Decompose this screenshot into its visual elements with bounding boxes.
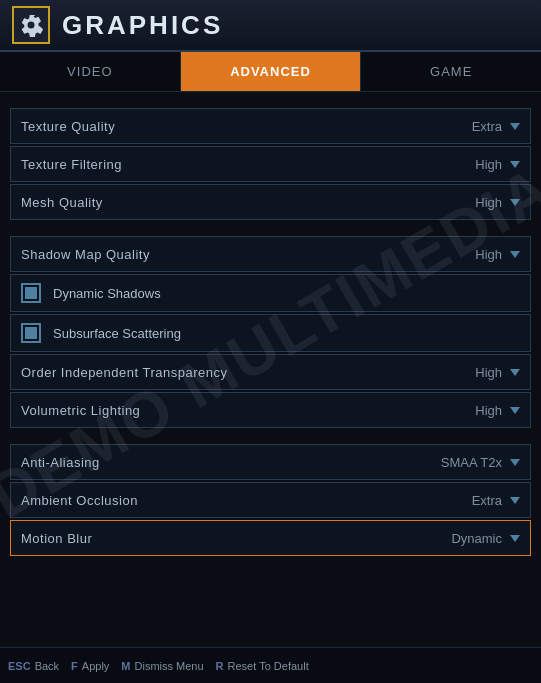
chevron-down-icon	[510, 251, 520, 258]
chevron-down-icon	[510, 535, 520, 542]
subsurface-scattering-checkbox[interactable]	[21, 323, 41, 343]
tab-game[interactable]: GAME	[361, 52, 541, 91]
subsurface-scattering-row[interactable]: Subsurface Scattering	[10, 314, 531, 352]
dynamic-shadows-row[interactable]: Dynamic Shadows	[10, 274, 531, 312]
settings-content: Texture Quality Extra Texture Filtering …	[0, 92, 541, 647]
order-independent-transparency-row[interactable]: Order Independent Transparency High	[10, 354, 531, 390]
mesh-quality-row[interactable]: Mesh Quality High	[10, 184, 531, 220]
ambient-occlusion-row[interactable]: Ambient Occlusion Extra	[10, 482, 531, 518]
tab-bar: VIDEO ADVANCED GAME	[0, 52, 541, 92]
dynamic-shadows-checkbox[interactable]	[21, 283, 41, 303]
header: GRAPHICS	[0, 0, 541, 52]
motion-blur-row[interactable]: Motion Blur Dynamic	[10, 520, 531, 556]
chevron-down-icon	[510, 161, 520, 168]
chevron-down-icon	[510, 459, 520, 466]
footer-apply[interactable]: F Apply	[71, 660, 109, 672]
effects-group: Anti-Aliasing SMAA T2x Ambient Occlusion…	[10, 444, 531, 556]
gear-icon	[19, 13, 43, 37]
volumetric-lighting-row[interactable]: Volumetric Lighting High	[10, 392, 531, 428]
footer-esc: ESC Back	[8, 660, 59, 672]
texture-quality-row[interactable]: Texture Quality Extra	[10, 108, 531, 144]
chevron-down-icon	[510, 407, 520, 414]
graphics-icon	[12, 6, 50, 44]
footer-dismiss[interactable]: M Dismiss Menu	[121, 660, 203, 672]
shadows-group: Shadow Map Quality High Dynamic Shadows …	[10, 236, 531, 428]
page-title: GRAPHICS	[62, 10, 223, 41]
chevron-down-icon	[510, 123, 520, 130]
tab-advanced[interactable]: ADVANCED	[181, 52, 362, 91]
chevron-down-icon	[510, 497, 520, 504]
tab-video[interactable]: VIDEO	[0, 52, 181, 91]
footer: ESC Back F Apply M Dismiss Menu R Reset …	[0, 647, 541, 683]
shadow-map-quality-row[interactable]: Shadow Map Quality High	[10, 236, 531, 272]
footer-reset[interactable]: R Reset To Default	[216, 660, 309, 672]
chevron-down-icon	[510, 199, 520, 206]
quality-group: Texture Quality Extra Texture Filtering …	[10, 108, 531, 220]
texture-filtering-row[interactable]: Texture Filtering High	[10, 146, 531, 182]
chevron-down-icon	[510, 369, 520, 376]
anti-aliasing-row[interactable]: Anti-Aliasing SMAA T2x	[10, 444, 531, 480]
